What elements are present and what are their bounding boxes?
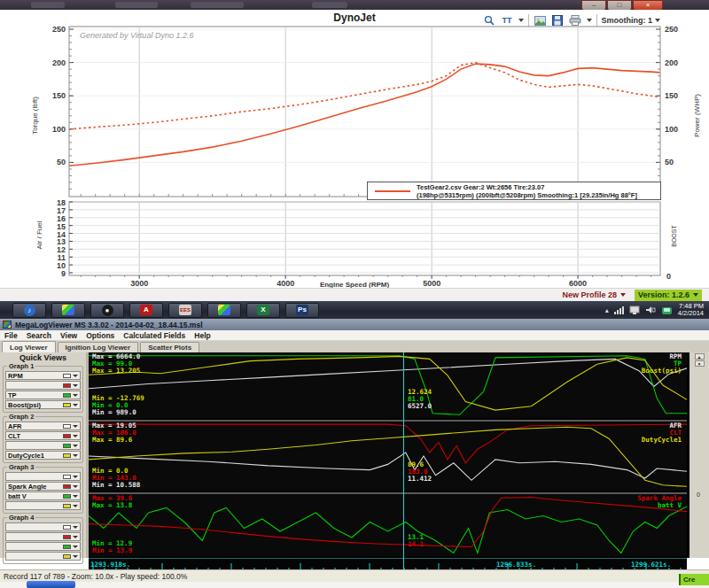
tick-label: 250 — [665, 25, 684, 34]
photoshop-icon[interactable]: Ps — [285, 303, 319, 318]
torque-axis-label: Torque (lbft) — [31, 97, 39, 135]
graph-panel-2[interactable]: Max = 19.05Max = 186.0Max = 89.6Min = 0.… — [89, 420, 687, 491]
menu-help[interactable]: Help — [194, 331, 210, 340]
ees-icon[interactable]: EES — [168, 303, 202, 318]
trace-rpm — [89, 359, 687, 388]
graph-4-field-select-1[interactable] — [5, 522, 81, 531]
dropdown-arrow-icon — [73, 476, 78, 478]
tick-label: 200 — [665, 58, 684, 67]
tick-label: 50 — [665, 158, 684, 166]
version-dropdown[interactable]: Version: 1.2.6 — [635, 290, 702, 301]
graph-1-field-select-1[interactable]: RPM — [5, 371, 81, 380]
group-label: Graph 1 — [7, 362, 35, 370]
graph-4-field-select-3[interactable] — [5, 542, 81, 551]
group-label: Graph 2 — [7, 413, 35, 421]
timeline-strip[interactable]: 1293.918s. 1296.833s. 1299.621s. — [89, 558, 687, 569]
screenshot-stage: – □ × DynoJet TT Smooth — [0, 0, 709, 588]
field-label: Boost(psi) — [8, 401, 63, 409]
dropdown-arrow-icon — [73, 505, 78, 507]
display-icon[interactable] — [629, 306, 640, 314]
excel-glyph: X — [257, 305, 269, 315]
version-label: Version: 1.2.6 — [638, 290, 690, 299]
dyno-watermark: Generated by Virtual Dyno 1.2.6 — [80, 31, 193, 40]
network-signal-icon[interactable] — [614, 306, 624, 314]
color-swatch-icon — [63, 453, 71, 458]
dropdown-arrow-icon — [73, 435, 78, 437]
graph-2-field-select-2[interactable]: CLT — [5, 431, 81, 440]
graph-panel-3[interactable]: Max = 39.6Max = 13.8Min = 12.9Min = 13.9… — [89, 492, 687, 556]
tray-app-icon[interactable] — [661, 306, 673, 315]
legend-line2: (198hp@5315rpm) (200lbft@5208rpm) Smooth… — [417, 191, 637, 199]
graphs-gutter — [86, 352, 89, 558]
tab-ignition-log-viewer[interactable]: Ignition Log Viewer — [58, 342, 139, 352]
status-text: Record 117 of 789 - Zoom: 10.0x - Play s… — [4, 572, 187, 581]
system-tray: ▴ 7:48 PM 4/2/2014 — [605, 303, 709, 317]
corner-badge-text: Cre — [683, 576, 695, 584]
timeline-cursor-time: 1296.833s. — [496, 561, 536, 569]
top-menu-remnant — [312, 2, 347, 8]
megalogviewer-2-glyph — [218, 305, 230, 315]
graph-4-field-select-2[interactable] — [5, 532, 81, 541]
color-swatch-icon — [63, 484, 71, 489]
log-cursor-line[interactable] — [403, 352, 404, 569]
dropdown-arrow-icon — [73, 375, 78, 377]
start-button-fragment[interactable] — [27, 581, 75, 588]
megalogviewer-glyph — [62, 305, 74, 315]
scroll-value: 0 — [697, 491, 700, 498]
dropdown-arrow-icon — [73, 555, 78, 558]
music-player-icon[interactable]: ♪ — [12, 303, 46, 318]
tray-expand-icon[interactable]: ▴ — [605, 306, 609, 314]
field-label: batt V — [8, 492, 63, 500]
panel-traces — [89, 352, 687, 418]
panel-min-value: Min = 13.9 — [92, 547, 132, 554]
mlv-titlebar[interactable]: MegaLogViewer MS 3.3.02 - 2014-04-02_18.… — [0, 319, 709, 330]
graph-2-field-select-4[interactable]: DutyCycle1 — [5, 451, 81, 460]
menu-file[interactable]: File — [4, 331, 18, 340]
graph-1-field-select-4[interactable]: Boost(psi) — [5, 400, 81, 409]
mlv-window-title: MegaLogViewer MS 3.3.02 - 2014-04-02_18.… — [15, 321, 203, 329]
dropdown-arrow-icon — [73, 454, 78, 457]
tick-label: 100 — [46, 125, 66, 134]
menu-view[interactable]: View — [60, 331, 77, 340]
boost-zero-tick: 0 — [666, 272, 671, 281]
legend-line1: TestGear2.csv Gear:2 Wt:2656 Tire:23.07 — [417, 183, 637, 191]
adobe-pdf-icon[interactable]: A — [129, 303, 163, 318]
timeline-end-time: 1299.621s. — [631, 561, 671, 569]
color-swatch-icon — [63, 403, 71, 407]
scroll-up-icon[interactable]: ▲ — [695, 353, 705, 360]
graph-3-field-select-4[interactable] — [5, 501, 81, 510]
graph-4-field-select-4[interactable] — [5, 552, 81, 561]
menu-options[interactable]: Options — [86, 331, 114, 340]
graph-1-field-select-2[interactable] — [5, 381, 81, 390]
graph-1-field-select-3[interactable]: TP — [5, 391, 81, 399]
dropdown-arrow-icon — [73, 526, 78, 529]
scroll-down-icon[interactable]: ▼ — [695, 360, 705, 367]
field-label: TP — [8, 391, 63, 399]
tab-log-viewer[interactable]: Log Viewer — [2, 341, 56, 352]
log-graphs[interactable]: Max = 6664.0Max = 99.0Max = 13.205Min = … — [86, 352, 690, 558]
graph-3-field-select-1[interactable] — [5, 472, 81, 481]
graph-2-field-select-1[interactable]: AFR — [5, 422, 81, 430]
megalogviewer-2-icon[interactable] — [207, 303, 241, 318]
graph-3-field-select-2[interactable]: Spark Angle — [5, 482, 81, 491]
legend-line-sample — [368, 190, 417, 192]
graph-3-field-select-3[interactable]: batt V — [5, 491, 81, 500]
menu-calculated-fields[interactable]: Calculated Fields — [123, 331, 185, 340]
dropdown-arrow-icon — [73, 536, 78, 538]
mlv-tabs: Log Viewer Ignition Log Viewer Scatter P… — [0, 341, 709, 352]
megalogviewer-icon[interactable] — [51, 303, 85, 318]
graph-2-field-select-3[interactable] — [5, 441, 81, 450]
tray-clock[interactable]: 7:48 PM 4/2/2014 — [678, 303, 704, 317]
tick-label: 200 — [46, 58, 66, 67]
speaker-icon[interactable] — [645, 306, 656, 314]
media-player-icon[interactable]: ● — [90, 303, 124, 318]
dyno-legend: TestGear2.csv Gear:2 Wt:2656 Tire:23.07 … — [367, 182, 661, 200]
profile-dropdown-arrow-icon — [620, 293, 626, 297]
tab-scatter-plots[interactable]: Scatter Plots — [140, 342, 199, 352]
graph-panel-1[interactable]: Max = 6664.0Max = 99.0Max = 13.205Min = … — [89, 352, 687, 418]
profile-dropdown[interactable]: New Profile 28 — [562, 290, 626, 299]
menu-search[interactable]: Search — [27, 331, 51, 340]
dropdown-arrow-icon — [73, 384, 78, 387]
excel-icon[interactable]: X — [246, 303, 280, 318]
color-swatch-icon — [63, 444, 71, 448]
